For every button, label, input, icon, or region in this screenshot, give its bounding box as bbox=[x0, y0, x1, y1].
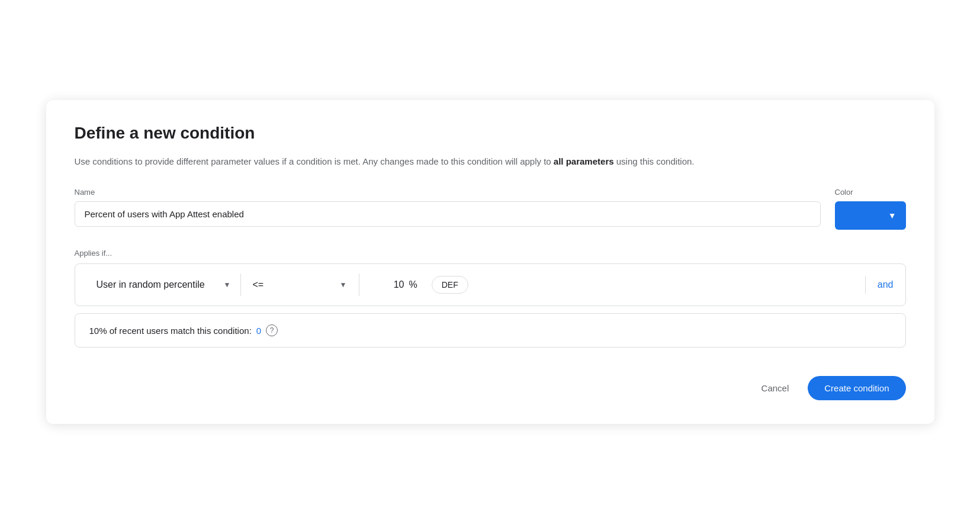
color-picker-button[interactable]: ▼ bbox=[835, 201, 906, 230]
color-group: Color ▼ bbox=[835, 188, 906, 230]
and-button[interactable]: and bbox=[878, 279, 894, 290]
percent-label: % bbox=[409, 279, 417, 290]
condition-box: User in random percentile ▼ <= ▼ % DEF a… bbox=[75, 263, 906, 306]
description-text-end: using this condition. bbox=[614, 156, 695, 166]
operator-select[interactable]: <= ▼ bbox=[241, 274, 359, 296]
def-label: DEF bbox=[442, 280, 458, 290]
chevron-down-icon: ▼ bbox=[340, 281, 347, 289]
condition-type-value: User in random percentile bbox=[97, 279, 205, 290]
name-color-row: Name Color ▼ bbox=[75, 188, 906, 230]
create-condition-button[interactable]: Create condition bbox=[808, 376, 905, 400]
condition-type-select[interactable]: User in random percentile ▼ bbox=[87, 274, 241, 296]
dialog-title: Define a new condition bbox=[75, 124, 906, 143]
name-group: Name bbox=[75, 188, 821, 227]
operator-value: <= bbox=[253, 279, 264, 290]
description-bold: all parameters bbox=[554, 156, 614, 166]
cancel-button[interactable]: Cancel bbox=[752, 377, 799, 399]
chevron-down-icon: ▼ bbox=[224, 281, 231, 289]
define-condition-dialog: Define a new condition Use conditions to… bbox=[46, 100, 934, 424]
def-button[interactable]: DEF bbox=[432, 276, 468, 294]
match-count: 0 bbox=[256, 326, 261, 336]
applies-section: Applies if... User in random percentile … bbox=[75, 249, 906, 348]
color-label: Color bbox=[835, 188, 906, 197]
dialog-description: Use conditions to provide different para… bbox=[75, 155, 906, 169]
dialog-footer: Cancel Create condition bbox=[75, 376, 906, 400]
percentile-value-input[interactable] bbox=[369, 279, 404, 290]
chevron-down-icon: ▼ bbox=[888, 211, 897, 220]
match-text: 10% of recent users match this condition… bbox=[89, 326, 252, 336]
match-info-box: 10% of recent users match this condition… bbox=[75, 313, 906, 348]
description-text-start: Use conditions to provide different para… bbox=[75, 156, 554, 166]
applies-label: Applies if... bbox=[75, 249, 906, 258]
help-icon[interactable]: ? bbox=[266, 324, 278, 336]
name-input[interactable] bbox=[75, 201, 821, 227]
value-input-area: % DEF bbox=[359, 276, 866, 294]
condition-row: User in random percentile ▼ <= ▼ % DEF a… bbox=[75, 264, 905, 306]
name-label: Name bbox=[75, 188, 821, 197]
